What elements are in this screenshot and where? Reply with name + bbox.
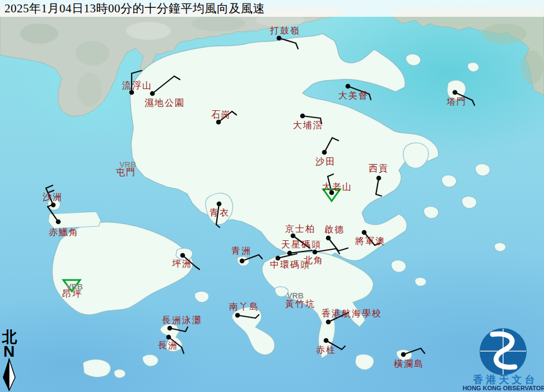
station-label: 石崗: [211, 110, 231, 119]
station-label: 沙田: [315, 157, 336, 166]
station-label: 黃竹坑: [285, 299, 315, 309]
station-label: 青洲: [231, 246, 252, 255]
station-dot: [277, 36, 282, 41]
station-dot: [313, 250, 318, 255]
station-dot: [362, 230, 367, 235]
station-label: 赤柱: [316, 345, 336, 354]
station-dot: [180, 253, 185, 258]
title-bar: 2025年1月04日13時00分的十分鐘平均風向及風速: [0, 0, 544, 17]
station-dot: [401, 352, 406, 357]
station-label: 大老山: [322, 182, 352, 192]
station-ngong-ping: VRB昂坪: [62, 280, 83, 298]
station-label: 流浮山: [122, 81, 152, 90]
station-dot: [326, 236, 331, 241]
station-label: 塔門: [447, 97, 467, 106]
station-dot: [217, 202, 222, 207]
station-label: 天星碼頭: [281, 240, 322, 249]
station-label: 啟德: [324, 225, 345, 234]
station-label: 打鼓嶺: [269, 26, 300, 35]
station-label: 大埔滘: [293, 120, 323, 130]
station-dot: [300, 114, 305, 119]
station-dot: [56, 220, 61, 225]
station-label: 京士柏: [285, 224, 315, 234]
station-dot: [216, 120, 221, 125]
station-label: 中環碼頭: [270, 260, 310, 269]
station-dot: [129, 90, 134, 95]
station-label: 長洲: [158, 340, 178, 350]
station-dot: [168, 326, 173, 331]
station-label: 將軍澳: [355, 236, 385, 246]
station-label: 橫瀾島: [394, 359, 424, 368]
station-label: 大美督: [338, 91, 369, 100]
station-dot: [291, 234, 296, 239]
station-dot: [235, 313, 240, 318]
station-label: 坪洲: [172, 259, 192, 268]
station-label: 青衣: [210, 208, 230, 217]
station-dot: [324, 338, 329, 343]
station-label: 昂坪: [62, 289, 82, 298]
station-label: 西貢: [369, 164, 389, 174]
station-dot: [240, 259, 245, 264]
station-tuen-mun: VRB屯門: [116, 160, 136, 177]
station-dot: [346, 84, 351, 89]
hko-logo-name-en: HONG KONG OBSERVATORY: [463, 385, 544, 391]
station-dot: [150, 91, 155, 96]
wind-map: 打鼓嶺流浮山濕地公園石崗大美督塔門大埔滘沙田大老山西貢沙洲赤鱲角VRB屯門VRB…: [0, 0, 544, 392]
station-label: 長洲泳灘: [162, 315, 202, 325]
hko-logo-name-cjk: 香港天文台: [473, 374, 538, 385]
station-dot: [326, 320, 331, 325]
station-label: 沙洲: [43, 192, 63, 202]
station-label: 香港航海學校: [322, 309, 382, 318]
station-label: 濕地公園: [145, 98, 185, 108]
station-dot: [322, 150, 327, 155]
station-dot: [453, 90, 458, 95]
station-label: 南丫島: [229, 302, 259, 311]
station-dot: [376, 176, 382, 181]
north-label-n: N: [3, 343, 15, 360]
wind-map-screen: 打鼓嶺流浮山濕地公園石崗大美督塔門大埔滘沙田大老山西貢沙洲赤鱲角VRB屯門VRB…: [0, 0, 544, 392]
station-label: 屯門: [116, 167, 136, 177]
station-dot: [166, 335, 171, 340]
station-label: 赤鱲角: [49, 227, 79, 237]
map-title: 2025年1月04日13時00分的十分鐘平均風向及風速: [0, 0, 544, 17]
